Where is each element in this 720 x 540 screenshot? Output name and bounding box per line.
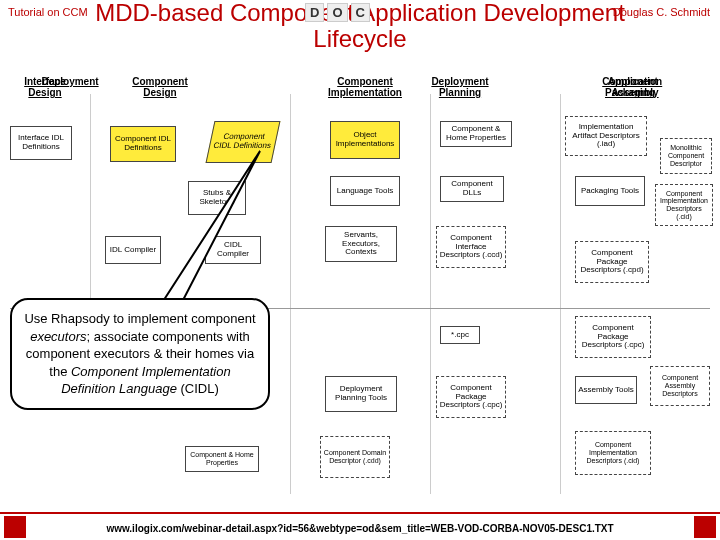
callout-em-executors: executors	[30, 329, 86, 344]
callout-bubble: Use Rhapsody to implement component exec…	[10, 298, 270, 410]
column-header-app-assembly: Application Assembly	[595, 76, 675, 98]
box-comp-impl-desc2: Component Implementation Descriptors (.c…	[575, 431, 651, 475]
box-object-impl: Object Implementations	[330, 121, 400, 159]
box-interface-idl: Interface IDL Definitions	[10, 126, 72, 160]
lifecycle-diagram: Interface Design Component Design Compon…	[0, 76, 720, 496]
column-header-deployment: Deployment	[30, 76, 110, 87]
box-impl-artifact-desc: Implementation Artifact Descriptors (.ia…	[565, 116, 647, 156]
slide-header: Tutorial on CCM Douglas C. Schmidt D O C…	[0, 0, 720, 68]
doc-logo: D O C	[305, 2, 405, 22]
box-comp-interface-desc: Component Interface Descriptors (.ccd)	[436, 226, 506, 268]
box-servants-executors: Servants, Executors, Contexts	[325, 226, 397, 262]
svg-marker-0	[160, 151, 260, 306]
column-header-component-design: Component Design	[120, 76, 200, 98]
divider	[560, 94, 561, 494]
box-comp-home-props: Component & Home Properties	[440, 121, 512, 147]
callout-tail	[155, 146, 285, 316]
box-comp-impl-desc: Component Implementation Descriptors (.c…	[655, 184, 713, 226]
divider	[290, 94, 291, 494]
author-label: Douglas C. Schmidt	[613, 6, 710, 18]
title-line-2: Lifecycle	[0, 26, 720, 52]
footer-url: www.ilogix.com/webinar-detail.aspx?id=56…	[0, 523, 720, 534]
box-deploy-planning-tools: Deployment Planning Tools	[325, 376, 397, 412]
box-comp-assembly-desc: Component Assembly Descriptors	[650, 366, 710, 406]
box-assembly-tools: Assembly Tools	[575, 376, 637, 404]
box-comp-domain-desc: Component Domain Descriptor (.cdd)	[320, 436, 390, 478]
box-comp-pkg-desc2: Component Package Descriptors (.cpc)	[575, 316, 651, 358]
box-cpc: *.cpc	[440, 326, 480, 344]
tutorial-label: Tutorial on CCM	[8, 6, 88, 18]
box-monolithic-desc: Monolithic Component Descriptor	[660, 138, 712, 174]
box-comp-pkg-desc: Component Package Descriptors (.cpd)	[575, 241, 649, 283]
box-idl-compiler: IDL Compiler	[105, 236, 161, 264]
footer-rule	[0, 512, 720, 514]
callout-text-1: Use Rhapsody to implement component	[24, 311, 255, 326]
column-header-component-impl: Component Implementation	[320, 76, 410, 98]
box-language-tools: Language Tools	[330, 176, 400, 206]
box-packaging-tools: Packaging Tools	[575, 176, 645, 206]
logo-letter: D	[305, 3, 324, 22]
callout-text-3: (CIDL)	[177, 381, 219, 396]
box-comp-pkg-desc3: Component Package Descriptors (.cpc)	[436, 376, 506, 418]
divider	[430, 94, 431, 494]
column-header-deployment-planning: Deployment Planning	[420, 76, 500, 98]
box-comp-home-props2: Component & Home Properties	[185, 446, 259, 472]
box-component-dlls: Component DLLs	[440, 176, 504, 202]
logo-letter: O	[327, 3, 347, 22]
logo-letter: C	[351, 3, 370, 22]
